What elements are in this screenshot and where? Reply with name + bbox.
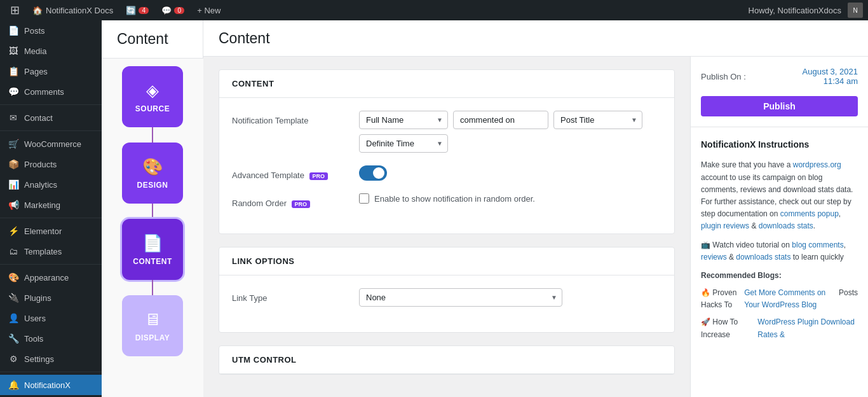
sidebar-item-products[interactable]: 📦 Products — [0, 154, 102, 174]
wp-logo-icon[interactable]: ⊞ — [5, 3, 25, 17]
downloads-link[interactable]: downloads stats — [736, 253, 790, 261]
plugins-icon: 🔌 — [8, 293, 19, 303]
sidebar-item-tools[interactable]: 🔧 Tools — [0, 328, 102, 349]
sidebar-item-woocommerce[interactable]: 🛒 WooCommerce — [0, 134, 102, 154]
step-design[interactable]: 🎨 DESIGN — [102, 143, 203, 219]
sidebar-item-elementor[interactable]: ⚡ Elementor — [0, 221, 102, 241]
post-title-select[interactable]: Post Title Post URL Post Date — [553, 111, 642, 129]
sidebar-item-notificationx[interactable]: 🔔 NotificationX — [0, 375, 102, 395]
instructions-box: NotificationX Instructions Make sure tha… — [691, 127, 868, 356]
content-section-body: Notification Template Full Name First Na… — [219, 98, 674, 233]
form-page-header: Content — [203, 20, 868, 57]
plugin-reviews-link[interactable]: plugin reviews — [701, 221, 749, 230]
link-options-body: Link Type None Custom URL Post URL ▼ — [219, 275, 674, 332]
contact-icon: ✉ — [8, 113, 19, 123]
wordpress-link[interactable]: wordpress.org — [793, 160, 841, 169]
reviews-link[interactable]: reviews — [701, 253, 727, 261]
design-step-icon: 🎨 — [142, 157, 163, 177]
comments-sidebar-icon: 💬 — [8, 87, 19, 97]
rec-item-1: 🔥 Proven Hacks To Get More Comments on Y… — [701, 287, 858, 311]
random-order-controls: Enable to show notification in random or… — [359, 193, 661, 204]
random-order-checkbox[interactable] — [359, 193, 369, 204]
sidebar-item-plugins[interactable]: 🔌 Plugins — [0, 288, 102, 308]
admin-avatar[interactable]: N — [848, 3, 863, 18]
page-title: Content — [117, 31, 168, 48]
definite-time-select-wrap: Definite Time Human Time ▼ — [359, 134, 448, 153]
advanced-template-row: Advanced Template PRO — [232, 165, 661, 181]
notification-template-label: Notification Template — [232, 111, 346, 125]
full-name-select[interactable]: Full Name First Name Last Name Username — [359, 111, 448, 129]
sidebar-item-users[interactable]: 👤 Users — [0, 308, 102, 328]
content-step-icon: 📄 — [142, 233, 163, 253]
step-box-source[interactable]: ◈ SOURCE — [122, 66, 183, 127]
step-source[interactable]: ◈ SOURCE — [102, 66, 203, 143]
tools-icon: 🔧 — [8, 333, 19, 344]
step-content[interactable]: 📄 CONTENT — [102, 219, 203, 295]
sidebar-divider-5 — [0, 372, 102, 372]
content-section-header: CONTENT — [219, 70, 674, 98]
link-options-header: LINK OPTIONS — [219, 247, 674, 275]
random-order-checkbox-wrap[interactable]: Enable to show notification in random or… — [359, 193, 535, 204]
step-box-content[interactable]: 📄 CONTENT — [122, 219, 183, 280]
admin-bar-howdy: Howdy, NotificationXdocs — [749, 6, 841, 15]
sidebar-item-pages[interactable]: 📋 Pages — [0, 61, 102, 81]
notificationx-icon: 🔔 — [8, 380, 19, 390]
analytics-icon: 📊 — [8, 179, 19, 190]
admin-bar-comments[interactable]: 💬 0 — [156, 6, 189, 15]
sidebar-item-posts[interactable]: 📄 Posts — [0, 20, 102, 41]
admin-bar-new[interactable]: + New — [192, 6, 226, 15]
instructions-title: NotificationX Instructions — [701, 137, 858, 151]
sidebar: 📄 Posts 🖼 Media 📋 Pages 💬 Comments ✉ Con… — [0, 20, 102, 397]
instructions-body-1: Make sure that you have a wordpress.org … — [701, 159, 858, 232]
sidebar-divider-2 — [0, 130, 102, 131]
link-type-label: Link Type — [232, 288, 346, 303]
publish-row: Publish On : August 3, 2021 11:34 am — [701, 67, 858, 86]
updates-count: 4 — [139, 7, 149, 14]
content-section: CONTENT Notification Template Full Name — [219, 69, 675, 234]
definite-time-select[interactable]: Definite Time Human Time — [359, 134, 448, 153]
advanced-template-pro-badge: PRO — [309, 172, 329, 180]
rec2-link[interactable]: WordPress Plugin Download Rates & — [757, 316, 858, 340]
blog-comments-link[interactable]: blog comments — [792, 240, 843, 249]
step-display[interactable]: 🖥 DISPLAY — [102, 295, 203, 356]
sidebar-item-analytics[interactable]: 📊 Analytics — [0, 174, 102, 195]
users-icon: 👤 — [8, 313, 19, 323]
sidebar-item-media[interactable]: 🖼 Media — [0, 41, 102, 61]
sidebar-item-templates[interactable]: 🗂 Templates — [0, 241, 102, 261]
form-page-title: Content — [219, 30, 270, 47]
comments-count: 0 — [174, 7, 184, 14]
advanced-template-label: Advanced Template PRO — [232, 165, 346, 180]
comments-popup-link[interactable]: comments popup — [780, 209, 839, 218]
rec1-link[interactable]: Get More Comments on Your WordPress Blog — [744, 287, 836, 311]
publish-button[interactable]: Publish — [701, 96, 858, 116]
woocommerce-icon: 🛒 — [8, 139, 19, 149]
sidebar-item-marketing[interactable]: 📢 Marketing — [0, 195, 102, 215]
downloads-stats-link[interactable]: downloads stats — [759, 221, 813, 230]
toggle-slider — [359, 165, 387, 181]
link-type-row: Link Type None Custom URL Post URL ▼ — [232, 288, 661, 307]
utm-control-header: UTM CONTROL — [219, 346, 674, 374]
random-order-row: Random Order PRO Enable to show notifica… — [232, 193, 661, 208]
step-box-display[interactable]: 🖥 DISPLAY — [122, 295, 183, 356]
admin-bar-updates[interactable]: 🔄 4 — [121, 6, 154, 15]
link-type-select[interactable]: None Custom URL Post URL — [359, 288, 562, 307]
link-options-section: LINK OPTIONS Link Type None Custom URL — [219, 247, 675, 333]
products-icon: 📦 — [8, 159, 19, 169]
step-box-design[interactable]: 🎨 DESIGN — [122, 143, 183, 204]
random-order-label: Random Order PRO — [232, 193, 346, 208]
sidebar-item-appearance[interactable]: 🎨 Appearance — [0, 267, 102, 288]
sidebar-item-comments[interactable]: 💬 Comments — [0, 81, 102, 102]
settings-icon: ⚙ — [8, 354, 19, 364]
main-content: Content ◈ SOURCE 🎨 DESIGN — [102, 20, 868, 397]
content-area: CONTENT Notification Template Full Name — [203, 57, 690, 397]
random-order-pro-badge: PRO — [292, 200, 311, 208]
admin-bar-site[interactable]: 🏠 NotificationX Docs — [27, 6, 118, 15]
random-order-text: Enable to show notification in random or… — [374, 194, 535, 204]
sidebar-item-settings[interactable]: ⚙ Settings — [0, 349, 102, 369]
sidebar-item-contact[interactable]: ✉ Contact — [0, 108, 102, 128]
commented-on-field[interactable] — [453, 111, 548, 129]
templates-icon: 🗂 — [8, 246, 19, 256]
notification-template-row: Notification Template Full Name First Na… — [232, 111, 661, 153]
sidebar-divider-3 — [0, 218, 102, 218]
advanced-template-toggle[interactable] — [359, 165, 387, 181]
